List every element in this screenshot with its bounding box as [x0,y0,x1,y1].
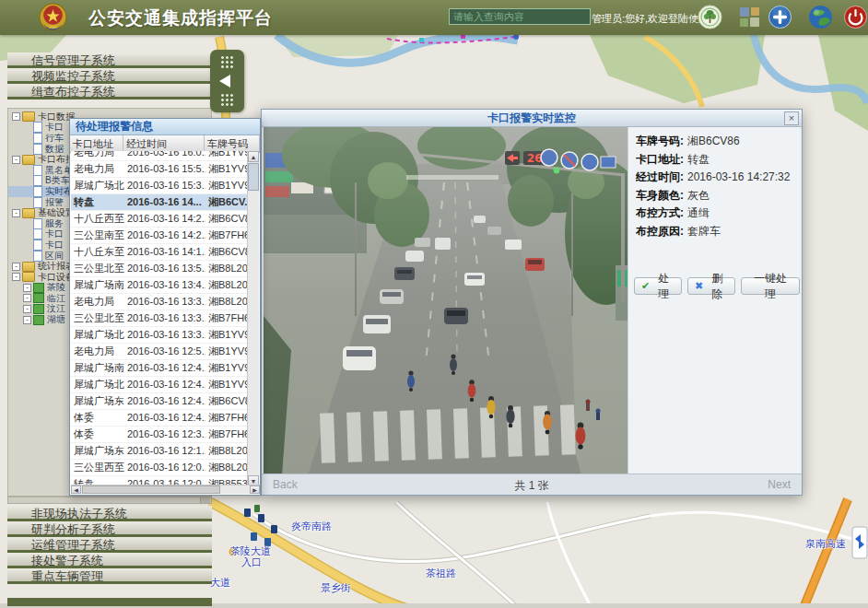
tree-node-icon [33,218,42,229]
tree-node-icon [33,165,42,176]
dialog-title: 卡口报警实时监控 [262,110,802,127]
tree-expander-icon[interactable] [23,305,31,313]
close-icon[interactable]: × [784,111,799,125]
alarm-row[interactable]: 三公里北至南 2016-03-16 13:5... 湘B8L203 [71,261,249,277]
tree-node-icon [22,155,35,165]
apps-grid-icon[interactable] [737,5,762,29]
sidebar-item[interactable]: 缉查布控子系统 [7,84,212,99]
horizontal-scrollbar[interactable]: ◀ ▶ [71,485,260,494]
photo-count: 共 1 张 [262,478,802,494]
alarm-row[interactable]: 犀城广场东... 2016-03-16 12:1... 湘B8L203 [71,443,249,460]
detail-value: 转盘 [687,153,710,166]
sidebar-item[interactable]: 研判分析子系统 [7,521,212,537]
tree-node-icon [33,133,42,144]
detail-row: 卡口地址:转盘 [636,151,800,170]
alarm-row[interactable]: 老电力局 2016-03-16 16:0... 湘B1YV96 [71,151,249,161]
tree-expander-icon[interactable] [12,112,20,121]
tree-expander-icon[interactable] [23,294,31,302]
eco-globe-icon[interactable] [698,5,722,29]
camera-photo: 26 [264,127,628,475]
alarm-row[interactable]: 老电力局 2016-03-16 13:3... 湘B8L203 [71,294,249,310]
power-icon[interactable] [843,5,868,29]
tree-node-icon [33,175,42,186]
tree-node-icon [22,111,35,122]
detail-row: 布控方式:通缉 [636,205,800,223]
scroll-up-icon[interactable]: ▲ [248,151,259,162]
detail-label: 卡口地址: [636,153,684,166]
detail-value: 湘B6CV86 [687,134,740,147]
detail-row: 布控原因:套牌车 [636,223,800,241]
alarm-row[interactable]: 老电力局 2016-03-16 12:5... 湘B1YV96 [71,344,249,360]
tree-expander-icon[interactable] [12,263,20,271]
earth-icon[interactable] [808,5,833,29]
remote-tool-icon [852,527,867,558]
alarm-row[interactable]: 体委 2016-03-16 12:4... 湘B7FH62 [71,410,249,427]
app-header: 公安交通集成指挥平台 管理员:您好,欢迎登陆使用 [0,0,868,35]
sidebar-bottom-menu: 非现场执法子系统研判分析子系统运维管理子系统接处警子系统重点车辆管理 [7,506,212,584]
sidebar-item[interactable]: 重点车辆管理 [7,568,212,584]
tree-expander-icon[interactable] [23,284,31,292]
sidebar-top-menu: 信号管理子系统视频监控子系统缉查布控子系统 [7,53,212,99]
vertical-scrollbar[interactable]: ▲ ▼ [247,151,259,486]
sidebar-item[interactable]: 运维管理子系统 [7,537,212,553]
alarm-monitor-dialog: 卡口报警实时监控 × [261,109,803,496]
tree-expander-icon[interactable] [23,316,31,324]
alarm-row[interactable]: 犀城广场南... 2016-03-16 13:4... 湘B8L203 [71,277,249,294]
collapse-arrow-icon [219,75,230,88]
alarm-row[interactable]: 三公里南至北 2016-03-16 14:2... 湘B7FH62 [71,228,249,244]
alarm-row[interactable]: 十八丘东至西 2016-03-16 14:1... 湘B6CV86 [71,244,249,261]
tree-node-icon [22,272,35,282]
column-header[interactable]: 卡口地址 [70,135,123,152]
x-icon: ✖ [695,280,703,292]
column-header[interactable]: 车牌号码 [205,135,260,152]
tree-node-icon [33,315,44,325]
scrollbar-thumb[interactable] [248,163,259,191]
tree-node-icon [33,304,44,314]
next-button[interactable]: Next [768,478,791,491]
check-icon: ✔ [641,280,650,292]
scroll-left-icon[interactable]: ◀ [71,485,81,494]
alarm-row[interactable]: 三公里北至南 2016-03-16 13:3... 湘B7FH62 [71,310,249,327]
sidebar-item[interactable]: 非现场执法子系统 [7,506,212,521]
alarm-row[interactable]: 三公里西至东 2016-03-16 12:0... 湘B8L203 [71,460,249,476]
scrollbar-thumb[interactable] [82,485,220,494]
sidebar-item[interactable]: 视频监控子系统 [7,68,212,84]
alarm-details: 车牌号码:湘B6CV86 卡口地址:转盘 经过时间:2016-03-16 14:… [628,127,800,474]
alarm-row[interactable]: 犀城广场北... 2016-03-16 12:4... 湘B1YV96 [71,377,249,393]
alarm-row[interactable]: 犀城广场东... 2016-03-16 12:4... 湘B6CV86 [71,393,249,410]
scroll-right-icon[interactable]: ▶ [250,485,260,494]
tree-expander-icon[interactable] [12,209,20,217]
alarm-row[interactable]: 老电力局 2016-03-16 15:5... 湘B1YV96 [71,161,249,178]
column-header[interactable]: 经过时间 [123,135,205,152]
sidebar-footer-strip [7,598,212,606]
pending-alarms-panel: 待处理报警信息 卡口地址 经过时间 车牌号码 老电力局 2016-03-16 1… [69,118,261,496]
alarm-row[interactable]: 体委 2016-03-16 12:3... 湘B7FH62 [71,427,249,443]
tree-node-icon [33,240,42,251]
sidebar-item[interactable]: 信号管理子系统 [7,53,212,68]
search-input[interactable] [449,8,591,25]
sidebar-collapse-handle[interactable] [210,50,244,112]
grip-dots-icon [220,55,234,69]
alarm-row[interactable]: 十八丘西至东 2016-03-16 14:2... 湘B6CV86 [71,211,249,228]
detail-label: 车身颜色: [636,189,684,202]
alarm-row[interactable]: 转盘 2016-03-16 14... 湘B6CV... [71,194,249,211]
detail-value: 套牌车 [687,225,721,238]
admin-greeting: 管理员:您好,欢迎登陆使用 [592,12,709,26]
tree-expander-icon[interactable] [12,273,20,281]
tree-scrollbar[interactable] [7,497,212,504]
detail-value: 通缉 [687,206,710,219]
app: 炎帝南路茶陵大道入口大道景乡街茶祖路泉南高速 公安交通集成指挥平台 管理员:您好… [0,0,868,608]
process-button[interactable]: ✔处理 [634,277,682,295]
alarm-table: 老电力局 2016-03-16 16:0... 湘B1YV96 老电力局 201… [71,151,249,486]
alarm-row[interactable]: 犀城广场北... 2016-03-16 13:3... 湘B1YV96 [71,327,249,344]
tree-expander-icon[interactable] [12,156,20,164]
delete-button[interactable]: ✖删除 [687,277,735,295]
add-icon[interactable] [768,5,792,29]
alarm-row[interactable]: 犀城广场南... 2016-03-16 12:4... 湘B1YV96 [71,360,249,377]
panel-title: 待处理报警信息 [70,119,260,135]
alarm-row[interactable]: 犀城广场北... 2016-03-16 15:3... 湘B1YV96 [71,178,249,194]
tree-node-icon [33,186,42,197]
tree-node-icon [22,208,35,218]
sidebar-item[interactable]: 接处警子系统 [7,553,212,568]
process-all-button[interactable]: 一键处理 [741,277,800,295]
